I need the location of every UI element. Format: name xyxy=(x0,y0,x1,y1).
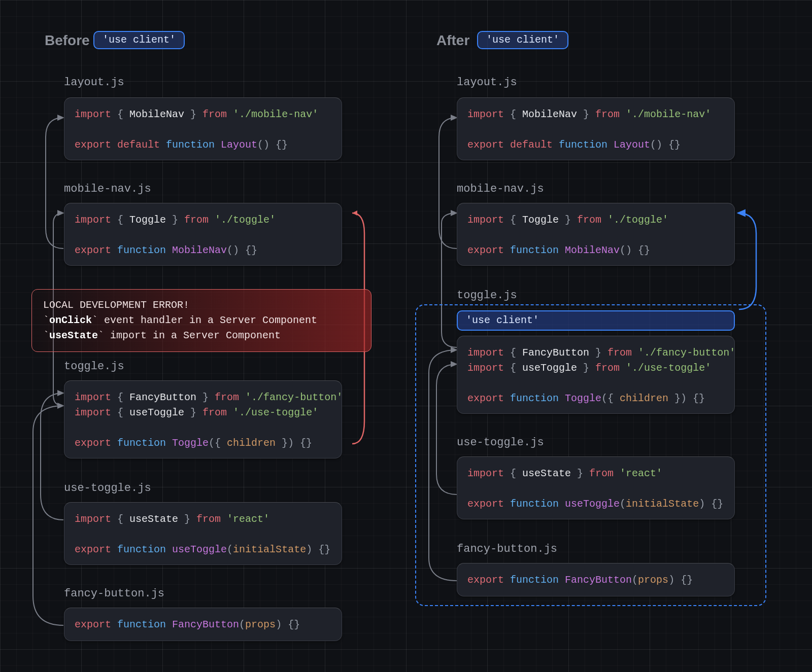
before-mobilenav-filename: mobile-nav.js xyxy=(64,183,151,195)
diagram-stage: Before 'use client' After 'use client' l… xyxy=(0,0,812,672)
after-layout-filename: layout.js xyxy=(457,76,517,89)
use-client-directive: 'use client' xyxy=(457,310,735,331)
after-mobilenav-card: import { Toggle } from './toggle' export… xyxy=(457,203,735,266)
after-mobilenav-filename: mobile-nav.js xyxy=(457,183,544,195)
before-heading: Before xyxy=(45,32,90,49)
after-fancybutton-card: export function FancyButton(props) {} xyxy=(457,563,735,596)
error-panel: LOCAL DEVELOPMENT ERROR! `onClick` event… xyxy=(31,289,371,352)
after-toggle-card: import { FancyButton } from './fancy-but… xyxy=(457,336,735,414)
after-heading: After xyxy=(436,32,469,49)
before-layout-card: import { MobileNav } from './mobile-nav'… xyxy=(64,97,342,160)
before-use-client-badge: 'use client' xyxy=(93,31,185,49)
before-toggle-card: import { FancyButton } from './fancy-but… xyxy=(64,380,342,458)
after-layout-card: import { MobileNav } from './mobile-nav'… xyxy=(457,97,735,160)
error-title: LOCAL DEVELOPMENT ERROR! xyxy=(43,298,360,313)
before-layout-filename: layout.js xyxy=(64,76,124,89)
after-usetoggle-filename: use-toggle.js xyxy=(457,436,544,449)
error-line-usestate: `useState` import in a Server Component xyxy=(43,328,360,343)
after-use-client-badge: 'use client' xyxy=(477,31,568,49)
before-fancybutton-filename: fancy-button.js xyxy=(64,587,164,600)
before-usetoggle-filename: use-toggle.js xyxy=(64,482,151,494)
after-toggle-filename: toggle.js xyxy=(457,289,517,302)
before-usetoggle-card: import { useState } from 'react' export … xyxy=(64,502,342,565)
after-fancybutton-filename: fancy-button.js xyxy=(457,543,557,555)
before-fancybutton-card: export function FancyButton(props) {} xyxy=(64,608,342,641)
before-toggle-filename: toggle.js xyxy=(64,360,124,373)
before-mobilenav-card: import { Toggle } from './toggle' export… xyxy=(64,203,342,266)
after-usetoggle-card: import { useState } from 'react' export … xyxy=(457,456,735,519)
error-line-onclick: `onClick` event handler in a Server Comp… xyxy=(43,313,360,328)
